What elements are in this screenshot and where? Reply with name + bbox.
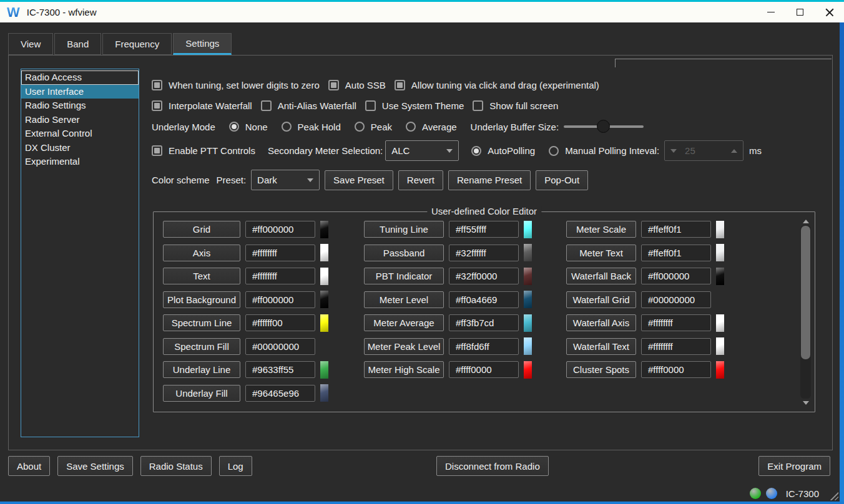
color-name-button-meter-average[interactable]: Meter Average xyxy=(364,314,444,331)
revert-button[interactable]: Revert xyxy=(398,170,443,190)
checkbox-auto-ssb[interactable]: Auto SSB xyxy=(328,80,386,90)
underlay-mode-row: Underlay Mode None Peak Hold Peak Averag… xyxy=(152,117,644,136)
color-name-button-meter-level[interactable]: Meter Level xyxy=(364,291,444,308)
checkbox-allow-tuning-via-click-and-drag-experimental[interactable]: Allow tuning via click and drag (experim… xyxy=(395,80,599,90)
radio-average[interactable]: Average xyxy=(406,122,457,132)
tab-frequency[interactable]: Frequency xyxy=(102,33,172,55)
sidebar-item-radio-access[interactable]: Radio Access xyxy=(21,70,139,85)
color-name-button-spectrum-line[interactable]: Spectrum Line xyxy=(163,314,240,331)
exit-program-button[interactable]: Exit Program xyxy=(758,456,830,476)
color-editor-scrollbar[interactable] xyxy=(800,217,811,407)
radio-manual-polling-inteval[interactable]: Manual Polling Inteval: xyxy=(549,145,659,156)
color-hex-input-passband[interactable] xyxy=(449,245,519,261)
color-name-button-meter-scale[interactable]: Meter Scale xyxy=(566,221,636,238)
spin-down-icon[interactable] xyxy=(670,149,677,153)
resize-grip-icon[interactable] xyxy=(829,491,838,500)
checkbox-show-full-screen[interactable]: Show full screen xyxy=(473,100,558,111)
sidebar-item-dx-cluster[interactable]: DX Cluster xyxy=(21,141,139,155)
color-hex-input-underlay-fill[interactable] xyxy=(245,385,315,402)
radio-peak-hold[interactable]: Peak Hold xyxy=(282,122,341,132)
radio-autopolling[interactable]: AutoPolling xyxy=(471,145,535,156)
color-hex-input-waterfall-back[interactable] xyxy=(641,268,711,284)
color-hex-input-spectrum-fill[interactable] xyxy=(245,338,315,355)
color-name-button-cluster-spots[interactable]: Cluster Spots xyxy=(566,361,636,378)
color-name-button-axis[interactable]: Axis xyxy=(163,245,240,261)
save-settings-button[interactable]: Save Settings xyxy=(57,456,133,476)
checkbox-enable-ptt-controls[interactable]: Enable PTT Controls xyxy=(152,145,255,156)
color-name-button-waterfall-back[interactable]: Waterfall Back xyxy=(566,268,636,284)
radio-status-button[interactable]: Radio Status xyxy=(140,456,212,476)
tab-settings[interactable]: Settings xyxy=(173,33,232,55)
tab-band[interactable]: Band xyxy=(54,33,101,55)
color-hex-input-cluster-spots[interactable] xyxy=(641,361,711,378)
secondary-meter-combobox[interactable]: ALC xyxy=(385,140,459,161)
color-swatch-text xyxy=(320,268,328,285)
spin-up-icon[interactable] xyxy=(731,149,737,153)
sidebar-item-user-interface[interactable]: User Interface xyxy=(21,85,139,99)
tab-view[interactable]: View xyxy=(8,33,53,55)
color-hex-input-meter-average[interactable] xyxy=(449,314,519,331)
color-swatch-cluster-spots xyxy=(716,361,724,379)
close-button[interactable] xyxy=(815,2,844,22)
color-hex-input-underlay-line[interactable] xyxy=(245,361,315,378)
color-hex-input-meter-scale[interactable] xyxy=(641,221,711,238)
color-name-button-waterfall-axis[interactable]: Waterfall Axis xyxy=(566,314,636,331)
color-name-button-meter-peak-level[interactable]: Meter Peak Level xyxy=(364,338,444,355)
color-name-button-underlay-fill[interactable]: Underlay Fill xyxy=(163,385,240,402)
color-hex-input-tuning-line[interactable] xyxy=(449,221,519,238)
color-hex-input-waterfall-text[interactable] xyxy=(641,338,711,355)
color-name-button-plot-background[interactable]: Plot Background xyxy=(163,291,240,308)
sidebar-item-external-control[interactable]: External Control xyxy=(21,127,139,141)
color-name-button-spectrum-fill[interactable]: Spectrum Fill xyxy=(163,338,240,355)
scrollbar-thumb[interactable] xyxy=(801,226,810,359)
radio-peak[interactable]: Peak xyxy=(355,122,392,132)
radio-none[interactable]: None xyxy=(229,122,268,132)
sidebar-item-radio-server[interactable]: Radio Server xyxy=(21,113,139,127)
maximize-button[interactable] xyxy=(785,2,815,22)
color-hex-input-grid[interactable] xyxy=(245,221,315,238)
preset-combobox[interactable]: Dark xyxy=(251,170,320,190)
slider-handle[interactable] xyxy=(597,120,610,133)
color-name-button-waterfall-grid[interactable]: Waterfall Grid xyxy=(566,291,636,308)
color-hex-input-meter-text[interactable] xyxy=(641,245,711,261)
underlay-buffer-slider[interactable] xyxy=(564,119,644,134)
color-hex-input-meter-peak-level[interactable] xyxy=(449,338,519,355)
scrollbar-track[interactable] xyxy=(800,225,811,399)
color-hex-input-axis[interactable] xyxy=(245,245,315,261)
color-name-button-underlay-line[interactable]: Underlay Line xyxy=(163,361,240,378)
about-button[interactable]: About xyxy=(8,456,50,476)
color-name-button-waterfall-text[interactable]: Waterfall Text xyxy=(566,338,636,355)
color-name-button-grid[interactable]: Grid xyxy=(163,221,240,238)
disconnect-from-radio-button[interactable]: Disconnect from Radio xyxy=(436,456,549,476)
color-name-button-tuning-line[interactable]: Tuning Line xyxy=(364,221,444,238)
checkbox-label: Use System Theme xyxy=(382,100,464,111)
checkbox-anti-alias-waterfall[interactable]: Anti-Alias Waterfall xyxy=(261,100,356,111)
color-hex-input-waterfall-axis[interactable] xyxy=(641,314,711,331)
rename-preset-button[interactable]: Rename Preset xyxy=(448,170,531,190)
log-button[interactable]: Log xyxy=(219,456,252,476)
polling-interval-spinbox[interactable]: 25 xyxy=(664,140,743,161)
color-name-button-text[interactable]: Text xyxy=(163,268,240,284)
sidebar-item-radio-settings[interactable]: Radio Settings xyxy=(21,99,139,113)
color-hex-input-plot-background[interactable] xyxy=(245,291,315,308)
color-hex-input-meter-level[interactable] xyxy=(449,291,519,308)
color-hex-input-pbt-indicator[interactable] xyxy=(449,268,519,284)
color-row-meter-level: Meter Level xyxy=(364,291,532,308)
color-hex-input-text[interactable] xyxy=(245,268,315,284)
color-name-button-pbt-indicator[interactable]: PBT Indicator xyxy=(364,268,444,284)
save-preset-button[interactable]: Save Preset xyxy=(325,170,393,190)
color-hex-input-spectrum-line[interactable] xyxy=(245,314,315,331)
color-name-button-meter-text[interactable]: Meter Text xyxy=(566,245,636,261)
checkbox-interpolate-waterfall[interactable]: Interpolate Waterfall xyxy=(152,100,252,111)
sidebar-item-experimental[interactable]: Experimental xyxy=(21,155,139,169)
color-name-button-passband[interactable]: Passband xyxy=(364,245,444,261)
color-name-button-meter-high-scale[interactable]: Meter High Scale xyxy=(364,361,444,378)
color-hex-input-meter-high-scale[interactable] xyxy=(449,361,519,378)
scroll-up-icon[interactable] xyxy=(800,217,811,225)
checkbox-use-system-theme[interactable]: Use System Theme xyxy=(365,100,464,111)
pop-out-button[interactable]: Pop-Out xyxy=(536,170,588,190)
color-hex-input-waterfall-grid[interactable] xyxy=(641,291,711,308)
minimize-button[interactable] xyxy=(756,2,785,22)
checkbox-when-tuning-set-lower-digits-to-zero[interactable]: When tuning, set lower digits to zero xyxy=(152,80,320,90)
scroll-down-icon[interactable] xyxy=(800,399,811,407)
